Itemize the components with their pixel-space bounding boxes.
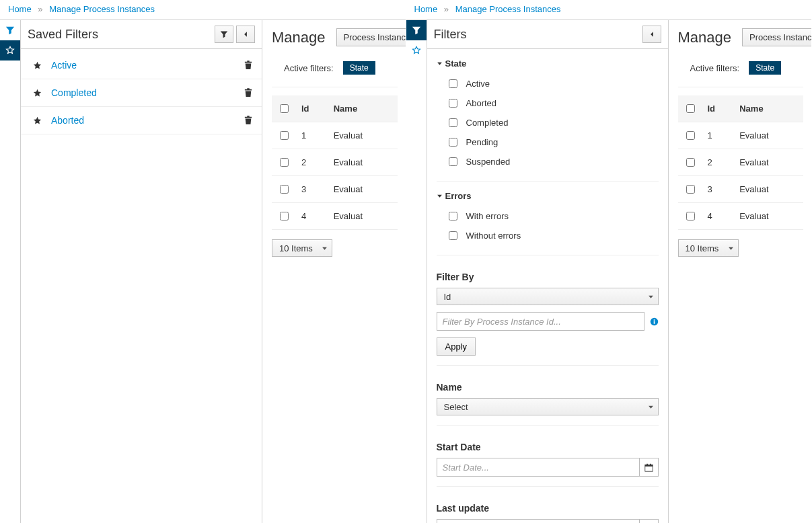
breadcrumb-sep: » (38, 4, 42, 14)
state-option[interactable]: Suspended (437, 152, 659, 171)
state-option[interactable]: Active (437, 74, 659, 93)
apply-button[interactable]: Apply (437, 337, 476, 356)
state-heading[interactable]: State (437, 58, 659, 69)
state-checkbox[interactable] (449, 138, 457, 147)
table-row[interactable]: 2 Evaluat (678, 149, 804, 176)
state-option-label: Suspended (466, 157, 511, 167)
row-checkbox[interactable] (280, 131, 289, 140)
state-checkbox[interactable] (449, 99, 457, 108)
tab-saved-filters[interactable] (0, 40, 20, 61)
delete-filter-button[interactable] (244, 116, 252, 125)
cell-id: 2 (702, 149, 735, 176)
page-size-select[interactable]: 10 Items (678, 239, 739, 257)
errors-option[interactable]: Without errors (437, 226, 659, 245)
state-option[interactable]: Pending (437, 132, 659, 152)
saved-filters-list: Active Completed (21, 49, 262, 137)
state-heading-label: State (445, 58, 467, 69)
state-chip[interactable]: State (749, 61, 781, 75)
cell-id: 3 (702, 176, 735, 203)
content-area: Manage Process Instances Active filters:… (262, 20, 406, 523)
table-row[interactable]: 2 Evaluat (272, 149, 398, 176)
content-area: Manage Process Instances Active filters:… (669, 20, 812, 523)
cell-id: 3 (296, 176, 328, 203)
delete-filter-button[interactable] (244, 88, 252, 97)
row-checkbox[interactable] (280, 212, 289, 220)
breadcrumb-current-link[interactable]: Manage Process Instances (49, 4, 155, 14)
errors-heading[interactable]: Errors (437, 191, 659, 201)
row-checkbox[interactable] (280, 158, 289, 167)
row-checkbox[interactable] (686, 212, 695, 220)
page-size-select[interactable]: 10 Items (272, 239, 332, 257)
errors-checkbox[interactable] (449, 212, 457, 220)
last-update-input[interactable] (437, 519, 640, 523)
breadcrumb: Home » Manage Process Instances (406, 0, 812, 19)
saved-filter-name[interactable]: Active (51, 60, 77, 71)
errors-heading-label: Errors (445, 191, 472, 201)
breadcrumb-home-link[interactable]: Home (8, 4, 32, 14)
col-name[interactable]: Name (734, 95, 803, 122)
state-checkbox[interactable] (449, 79, 457, 88)
tab-filters[interactable] (0, 20, 20, 40)
tab-filters[interactable] (406, 20, 427, 40)
last-update-picker-button[interactable] (640, 519, 658, 523)
select-all-checkbox[interactable] (280, 104, 289, 113)
name-heading: Name (437, 382, 659, 393)
info-icon[interactable] (650, 317, 659, 326)
start-date-input[interactable] (437, 458, 640, 477)
caret-down-icon (437, 193, 443, 199)
collapse-panel-button[interactable] (642, 26, 661, 43)
col-id[interactable]: Id (296, 95, 328, 122)
saved-filter-item[interactable]: Aborted (21, 107, 262, 134)
saved-filters-panel: Saved Filters Active (20, 20, 262, 523)
col-id[interactable]: Id (702, 95, 735, 122)
row-checkbox[interactable] (686, 158, 695, 167)
cell-id: 4 (702, 203, 735, 230)
saved-filter-item[interactable]: Completed (21, 79, 262, 107)
chevron-down-icon (322, 245, 328, 251)
collapse-panel-button[interactable] (236, 26, 255, 43)
state-option-label: Active (466, 79, 490, 89)
breadcrumb-current-link[interactable]: Manage Process Instances (455, 4, 561, 14)
row-checkbox[interactable] (280, 185, 289, 194)
state-chip[interactable]: State (343, 61, 375, 75)
table-row[interactable]: 4 Evaluat (678, 203, 804, 230)
filter-button[interactable] (215, 26, 233, 43)
breadcrumb-home-link[interactable]: Home (414, 4, 438, 14)
cell-name: Evaluat (734, 176, 803, 203)
table-row[interactable]: 1 Evaluat (678, 122, 804, 149)
saved-filter-name[interactable]: Aborted (51, 115, 84, 126)
page-size-label: 10 Items (686, 243, 719, 253)
row-checkbox[interactable] (686, 131, 695, 140)
table-row[interactable]: 4 Evaluat (272, 203, 398, 230)
saved-filter-name[interactable]: Completed (51, 87, 97, 98)
name-select[interactable]: Select (437, 398, 659, 415)
process-instances-dropdown[interactable]: Process Instances (336, 28, 406, 46)
table-row[interactable]: 3 Evaluat (272, 176, 398, 203)
delete-filter-button[interactable] (244, 61, 252, 70)
tab-saved-filters[interactable] (406, 40, 427, 61)
row-checkbox[interactable] (686, 185, 695, 194)
table-row[interactable]: 3 Evaluat (678, 176, 804, 203)
filter-scroll-body[interactable]: State Active Aborted Completed Pending S… (427, 49, 668, 523)
saved-filter-item[interactable]: Active (21, 52, 262, 79)
state-checkbox[interactable] (449, 157, 457, 166)
errors-checkbox[interactable] (449, 231, 457, 240)
errors-option[interactable]: With errors (437, 206, 659, 226)
col-name[interactable]: Name (328, 95, 398, 122)
star-icon (33, 61, 42, 70)
trash-icon (244, 116, 252, 125)
state-option[interactable]: Aborted (437, 93, 659, 113)
side-tabs (406, 20, 427, 523)
panel-title: Filters (434, 28, 467, 42)
trash-icon (244, 88, 252, 97)
table-row[interactable]: 1 Evaluat (272, 122, 398, 149)
state-checkbox[interactable] (449, 118, 457, 127)
process-instances-dropdown[interactable]: Process Instances (742, 28, 811, 46)
select-all-checkbox[interactable] (686, 104, 695, 113)
start-date-picker-button[interactable] (640, 458, 658, 477)
filter-by-select[interactable]: Id (437, 288, 659, 305)
state-option[interactable]: Completed (437, 113, 659, 132)
page-title: Manage (678, 29, 732, 46)
cell-id: 4 (296, 203, 328, 230)
filter-by-input[interactable] (437, 312, 644, 331)
